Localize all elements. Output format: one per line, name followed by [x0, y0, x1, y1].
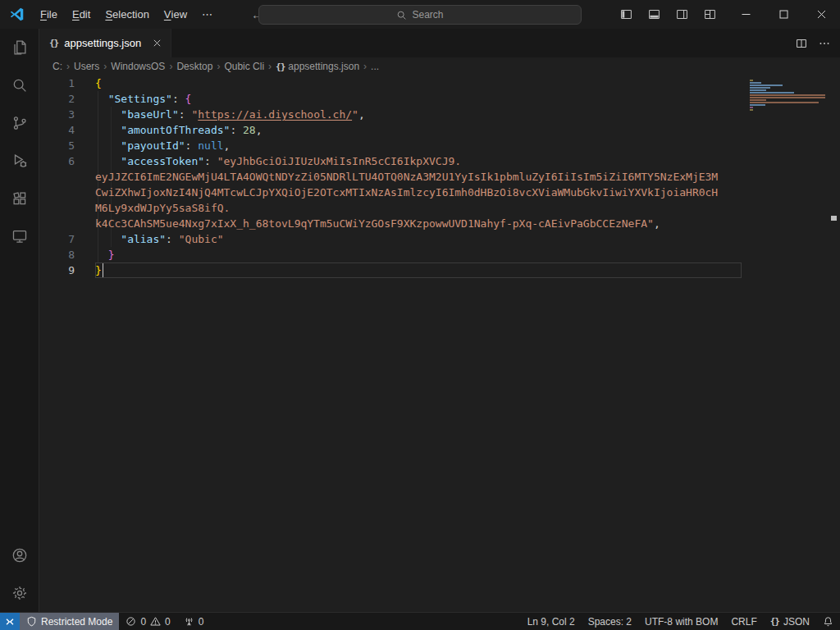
menu-edit[interactable]: Edit — [65, 0, 98, 29]
status-label: 0 — [165, 616, 171, 628]
code-line[interactable]: 1{ — [39, 75, 840, 91]
code-line[interactable]: 8 } — [39, 247, 840, 262]
layout-grid-button[interactable] — [699, 4, 720, 25]
minimap-line — [750, 102, 819, 103]
token — [95, 233, 121, 245]
code-line[interactable]: 3 "baseUrl": "https://ai.diyschool.ch/", — [39, 107, 840, 122]
code-line[interactable]: M6Ly9xdWJpYy5saS8ifQ. — [39, 200, 840, 216]
activity-run-debug[interactable] — [0, 142, 39, 180]
breadcrumb-item[interactable]: Desktop — [176, 61, 212, 72]
layout-panel-button[interactable] — [643, 4, 664, 25]
breadcrumb-item[interactable]: Qubic Cli — [224, 61, 264, 72]
scrollbar[interactable] — [829, 75, 840, 612]
activity-source-control[interactable] — [0, 104, 39, 142]
activity-remote-explorer[interactable] — [0, 217, 39, 255]
token: "Qubic" — [179, 233, 224, 245]
tab-appsettings-json[interactable]: {} appsettings.json — [39, 29, 171, 57]
line-content[interactable]: k4Cc3CAhSM5ue4Nxg7xIxX_h_68tovL9qYTm5uCW… — [95, 216, 742, 231]
minimap-line — [750, 109, 753, 111]
status-problems[interactable]: 00 — [119, 613, 176, 630]
line-content[interactable]: { — [95, 75, 742, 91]
status-label: 0 — [140, 616, 146, 628]
status-cursor-position[interactable]: Ln 9, Col 2 — [521, 613, 582, 630]
token: : — [166, 233, 179, 245]
code-area[interactable]: 1{2 "Settings": {3 "baseUrl": "https://a… — [39, 75, 840, 278]
minimap-line — [750, 82, 761, 84]
code-line[interactable]: 2 "Settings": { — [39, 91, 840, 107]
line-content[interactable]: "amountOfThreads": 28, — [95, 122, 742, 138]
activity-bar — [0, 29, 39, 612]
line-content[interactable]: M6Ly9xdWJpYy5saS8ifQ. — [95, 200, 742, 216]
activity-extensions[interactable] — [0, 180, 39, 217]
vscode-logo-icon — [0, 7, 33, 22]
tab-bar: {} appsettings.json — [39, 29, 840, 57]
token — [95, 108, 121, 121]
token: "Settings" — [108, 93, 172, 105]
breadcrumb-item[interactable]: WindowsOS — [111, 61, 165, 72]
split-editor-button[interactable] — [796, 38, 807, 49]
code-line[interactable]: k4Cc3CAhSM5ue4Nxg7xIxX_h_68tovL9qYTm5uCW… — [39, 216, 840, 231]
code-line[interactable]: 4 "amountOfThreads": 28, — [39, 122, 840, 138]
status-remote-indicator[interactable] — [0, 613, 20, 630]
activity-explorer[interactable] — [0, 29, 39, 66]
status-forwarded-ports[interactable]: 0 — [177, 613, 211, 630]
layout-sidebar-right-button[interactable] — [671, 4, 692, 25]
settings-gear-icon — [11, 584, 29, 602]
code-line[interactable]: 9} — [39, 262, 840, 278]
token: k4Cc3CAhSM5ue4Nxg7xIxX_h_68tovL9qYTm5uCW… — [95, 217, 654, 230]
activity-account[interactable] — [0, 536, 39, 574]
line-content[interactable]: "baseUrl": "https://ai.diyschool.ch/", — [95, 107, 742, 122]
line-content[interactable]: "accessToken": "eyJhbGciOiJIUzUxMiIsInR5… — [95, 153, 742, 169]
status-restricted-mode[interactable]: Restricted Mode — [20, 613, 119, 630]
line-content[interactable]: "payoutId": null, — [95, 138, 742, 153]
breadcrumb-label: ... — [371, 61, 379, 72]
line-content[interactable]: } — [95, 262, 742, 278]
menu-accel: E — [72, 8, 80, 21]
status-encoding[interactable]: UTF-8 with BOM — [638, 613, 724, 630]
status-language-mode[interactable]: {}JSON — [764, 613, 816, 630]
maximize-button[interactable] — [765, 0, 802, 29]
token: 28 — [243, 124, 256, 136]
status-eol[interactable]: CRLF — [724, 613, 763, 630]
status-indentation[interactable]: Spaces: 2 — [582, 613, 638, 630]
line-content[interactable]: CwiZXhwIjoxNzI4NjQ4MTcwLCJpYXQiOjE2OTcxM… — [95, 185, 742, 200]
line-content[interactable]: "Settings": { — [95, 91, 742, 107]
code-line[interactable]: 7 "alias": "Qubic" — [39, 231, 840, 247]
activity-search[interactable] — [0, 66, 39, 104]
menu-file[interactable]: File — [33, 0, 65, 29]
token: " — [352, 108, 358, 121]
code-line[interactable]: 6 "accessToken": "eyJhbGciOiJIUzUxMiIsIn… — [39, 153, 840, 169]
code-line[interactable]: 5 "payoutId": null, — [39, 138, 840, 153]
breadcrumb-item[interactable]: C: — [52, 61, 62, 72]
activity-settings-gear[interactable] — [0, 574, 39, 612]
line-content[interactable]: "alias": "Qubic" — [95, 231, 742, 247]
token: null — [198, 139, 223, 152]
window-controls — [727, 0, 840, 29]
token: , — [654, 217, 660, 230]
close-button[interactable] — [802, 0, 840, 29]
minimize-button[interactable] — [727, 0, 765, 29]
breadcrumb-item[interactable]: Users — [74, 61, 99, 72]
line-content[interactable]: eyJJZCI6ImE2NGEwMjU4LTA4OWQtNDYzZi05NDRl… — [95, 169, 742, 185]
status-notifications[interactable] — [816, 613, 840, 630]
line-number — [39, 169, 95, 185]
breadcrumb-item[interactable]: ... — [371, 61, 379, 72]
breadcrumb-item[interactable]: {}appsettings.json — [276, 61, 359, 72]
text-cursor — [103, 263, 104, 277]
close-tab-icon[interactable] — [153, 39, 161, 47]
editor[interactable]: 1{2 "Settings": {3 "baseUrl": "https://a… — [39, 75, 840, 612]
command-center-search[interactable]: Search — [258, 5, 582, 25]
token — [95, 124, 121, 136]
menu-selection[interactable]: Selection — [98, 0, 156, 29]
layout-sidebar-left-button[interactable] — [615, 4, 637, 25]
code-line[interactable]: CwiZXhwIjoxNzI4NjQ4MTcwLCJpYXQiOjE2OTcxM… — [39, 185, 840, 200]
menu-view[interactable]: View — [157, 0, 194, 29]
minimap-line — [750, 80, 753, 81]
more-actions-button[interactable] — [819, 38, 830, 49]
menu-overflow[interactable]: ⋯ — [194, 0, 220, 29]
minimap[interactable] — [750, 80, 829, 112]
code-line[interactable]: eyJJZCI6ImE2NGEwMjU4LTA4OWQtNDYzZi05NDRl… — [39, 169, 840, 185]
json-braces-icon: {} — [276, 62, 285, 71]
token: { — [185, 93, 192, 105]
line-content[interactable]: } — [95, 247, 742, 262]
